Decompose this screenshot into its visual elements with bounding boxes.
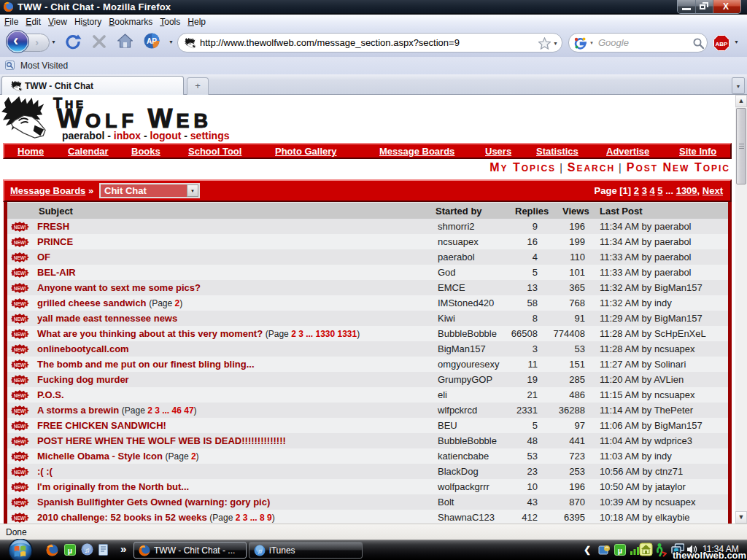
svg-text:NEW!: NEW! bbox=[14, 225, 27, 230]
svg-text:NEW!: NEW! bbox=[14, 393, 27, 398]
svg-text:NEW!: NEW! bbox=[14, 286, 27, 291]
svg-text:NEW!: NEW! bbox=[14, 347, 27, 352]
svg-text:NEW!: NEW! bbox=[14, 362, 27, 368]
svg-text:NEW!: NEW! bbox=[14, 439, 27, 444]
svg-text:NEW!: NEW! bbox=[14, 378, 27, 383]
svg-text:µ: µ bbox=[68, 546, 72, 555]
svg-text:NEW!: NEW! bbox=[14, 271, 27, 276]
svg-text:NEW!: NEW! bbox=[14, 500, 27, 505]
svg-text:µ: µ bbox=[618, 546, 622, 555]
svg-text:NEW!: NEW! bbox=[14, 316, 27, 322]
svg-text:NEW!: NEW! bbox=[14, 301, 27, 306]
svg-text:NEW!: NEW! bbox=[14, 470, 27, 475]
svg-text:NEW!: NEW! bbox=[14, 408, 27, 413]
svg-text:ABP: ABP bbox=[716, 41, 729, 47]
svg-text:NEW!: NEW! bbox=[14, 255, 27, 260]
svg-text:NEW!: NEW! bbox=[14, 485, 27, 490]
svg-text:AP: AP bbox=[147, 37, 157, 45]
svg-text:NEW!: NEW! bbox=[14, 516, 27, 521]
svg-text:NEW!: NEW! bbox=[14, 454, 27, 459]
svg-text:NEW!: NEW! bbox=[14, 424, 27, 429]
svg-text:♫: ♫ bbox=[257, 548, 262, 555]
svg-text:NEW!: NEW! bbox=[14, 240, 27, 245]
svg-text:NEW!: NEW! bbox=[14, 332, 27, 337]
svg-text:♫: ♫ bbox=[85, 546, 90, 554]
